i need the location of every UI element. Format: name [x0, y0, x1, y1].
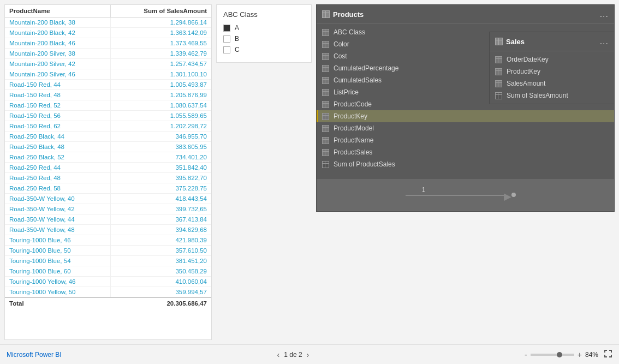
- sales-field-item[interactable]: OrderDateKey: [490, 53, 614, 65]
- rel-dot: [511, 193, 516, 197]
- checkbox-c[interactable]: [223, 46, 230, 53]
- table-row: Road-250 Black, 44346.955,70: [5, 132, 211, 142]
- sales-menu-button[interactable]: ...: [600, 37, 609, 46]
- bottom-bar: Microsoft Power BI ‹ 1 de 2 › - + 84%: [0, 344, 619, 364]
- field-type-icon: [495, 56, 502, 63]
- table-row: Touring-1000 Blue, 54381.451,20: [5, 256, 211, 266]
- table-row: Road-250 Red, 58375.228,75: [5, 183, 211, 194]
- field-type-icon: [322, 65, 329, 72]
- sales-field-item[interactable]: ProductKey: [490, 65, 614, 77]
- cell-product-name: Mountain-200 Black, 46: [5, 38, 110, 49]
- field-name-label: ProductCode: [334, 100, 372, 108]
- table-row: Mountain-200 Silver, 461.301.100,10: [5, 69, 211, 80]
- table-row: Road-150 Red, 621.202.298,72: [5, 121, 211, 132]
- sales-panel-header: Sales ...: [490, 32, 614, 51]
- cell-product-name: Road-150 Red, 62: [5, 121, 110, 132]
- cell-product-name: Road-250 Black, 52: [5, 152, 110, 163]
- sales-field-item[interactable]: SalesAmount: [490, 77, 614, 89]
- products-title: Products: [333, 10, 364, 19]
- table-row: Road-150 Red, 441.005.493,87: [5, 80, 211, 90]
- products-field-item[interactable]: ProductSales: [317, 146, 614, 158]
- field-type-icon: [495, 92, 502, 99]
- cell-product-name: Road-350-W Yellow, 48: [5, 225, 110, 235]
- col-header-sales[interactable]: Sum of SalesAmount: [110, 5, 211, 17]
- sales-field-item[interactable]: Sum of SalesAmount: [490, 89, 614, 102]
- zoom-level: 84%: [585, 351, 598, 359]
- cell-product-name: Mountain-200 Silver, 46: [5, 69, 110, 80]
- table-row: Road-350-W Yellow, 40418.443,54: [5, 194, 211, 204]
- brand-link[interactable]: Microsoft Power BI: [7, 351, 62, 359]
- page-navigation: ‹ 1 de 2 ›: [277, 350, 310, 359]
- field-name-label: Sum of ProductSales: [334, 160, 395, 168]
- products-table-icon: [322, 10, 330, 18]
- cell-sales-amount: 367.413,84: [110, 214, 211, 225]
- cell-sales-amount: 1.205.876,99: [110, 90, 211, 100]
- table-row: Road-250 Red, 48395.822,70: [5, 173, 211, 183]
- cell-product-name: Road-250 Black, 48: [5, 142, 110, 152]
- cell-product-name: Touring-1000 Yellow, 46: [5, 277, 110, 287]
- fit-to-screen-button[interactable]: [604, 349, 612, 360]
- products-field-item[interactable]: ProductName: [317, 134, 614, 146]
- products-field-item[interactable]: ProductModel: [317, 122, 614, 134]
- filter-label-b: B: [235, 35, 239, 43]
- sales-table: ProductName Sum of SalesAmount Mountain-…: [5, 5, 211, 309]
- table-row: Mountain-200 Silver, 381.339.462,79: [5, 49, 211, 59]
- field-type-icon: [322, 161, 329, 168]
- products-field-item[interactable]: Sum of ProductSales: [317, 158, 614, 170]
- table-row: Mountain-200 Silver, 421.257.434,57: [5, 59, 211, 69]
- cell-sales-amount: 410.060,04: [110, 277, 211, 287]
- zoom-minus-button[interactable]: -: [525, 350, 527, 359]
- table-row: Touring-1000 Blue, 46421.980,39: [5, 235, 211, 246]
- col-header-product[interactable]: ProductName: [5, 5, 110, 17]
- field-name-label: ProductKey: [507, 68, 540, 75]
- field-name-label: ListPrice: [334, 88, 359, 96]
- zoom-plus-button[interactable]: +: [578, 350, 582, 359]
- table-row: Road-150 Red, 481.205.876,99: [5, 90, 211, 100]
- table-row: Road-250 Red, 44351.842,40: [5, 163, 211, 173]
- table-total-label: Total: [5, 297, 110, 309]
- field-name-label: Cost: [334, 52, 347, 60]
- filter-item-a[interactable]: A: [223, 24, 305, 32]
- products-menu-button[interactable]: ...: [600, 9, 609, 19]
- zoom-slider-thumb[interactable]: [557, 352, 562, 357]
- cell-sales-amount: 399.732,65: [110, 204, 211, 214]
- relationship-area: 1 ▶: [317, 178, 614, 211]
- cell-sales-amount: 1.363.142,09: [110, 28, 211, 38]
- field-name-label: CumulatedPercentage: [334, 64, 398, 72]
- cell-sales-amount: 395.822,70: [110, 173, 211, 183]
- field-name-label: ProductName: [334, 136, 373, 144]
- checkbox-b[interactable]: [223, 35, 230, 43]
- field-type-icon: [322, 53, 329, 60]
- cell-sales-amount: 351.842,40: [110, 163, 211, 173]
- next-page-button[interactable]: ›: [307, 350, 310, 359]
- field-type-icon: [322, 137, 329, 144]
- data-table-panel: ProductName Sum of SalesAmount Mountain-…: [4, 4, 212, 340]
- cell-product-name: Road-250 Red, 44: [5, 163, 110, 173]
- table-row: Road-250 Black, 52734.401,20: [5, 152, 211, 163]
- field-type-icon: [495, 68, 502, 75]
- table-scroll[interactable]: ProductName Sum of SalesAmount Mountain-…: [5, 5, 211, 339]
- prev-page-button[interactable]: ‹: [277, 350, 280, 359]
- cell-sales-amount: 394.629,68: [110, 225, 211, 235]
- table-row: Road-350-W Yellow, 42399.732,65: [5, 204, 211, 214]
- cell-product-name: Road-150 Red, 48: [5, 90, 110, 100]
- field-name-label: OrderDateKey: [507, 56, 549, 63]
- table-row: Road-350-W Yellow, 48394.629,68: [5, 225, 211, 235]
- cell-sales-amount: 346.955,70: [110, 132, 211, 142]
- field-name-label: ProductSales: [334, 148, 372, 156]
- table-row: Road-150 Red, 561.055.589,65: [5, 111, 211, 121]
- filter-item-c[interactable]: C: [223, 46, 305, 53]
- cell-product-name: Mountain-200 Silver, 42: [5, 59, 110, 69]
- checkbox-a[interactable]: [223, 25, 230, 32]
- relationship-label: 1: [422, 186, 426, 194]
- cell-product-name: Road-350-W Yellow, 40: [5, 194, 110, 204]
- zoom-slider[interactable]: [531, 354, 574, 356]
- filter-item-b[interactable]: B: [223, 35, 305, 43]
- cell-product-name: Road-150 Red, 44: [5, 80, 110, 90]
- cell-product-name: Road-150 Red, 56: [5, 111, 110, 121]
- products-panel-header: Products ...: [317, 5, 614, 24]
- cell-product-name: Road-250 Red, 48: [5, 173, 110, 183]
- field-name-label: Color: [334, 40, 349, 48]
- field-type-icon: [322, 149, 329, 156]
- products-field-item[interactable]: ProductKey: [317, 110, 614, 122]
